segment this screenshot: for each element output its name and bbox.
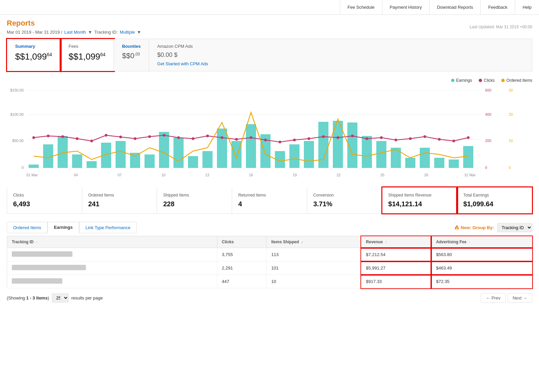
clicks-dot: [479, 79, 482, 82]
svg-text:22: 22: [337, 173, 341, 177]
svg-rect-45: [449, 159, 459, 168]
bounties-tab[interactable]: Bounties $$0.00: [114, 39, 149, 71]
last-month-link[interactable]: Last Month: [64, 30, 86, 35]
row3-tracking-id: [7, 275, 217, 288]
summary-tab-amount: $$1,09964: [15, 51, 52, 62]
svg-point-66: [308, 137, 310, 140]
svg-point-60: [221, 136, 223, 139]
svg-point-65: [293, 139, 296, 141]
table-row: 2,291 101 $5,991.27 $463.49: [7, 261, 532, 275]
tracking-id-sort-icon[interactable]: ↑: [36, 240, 38, 244]
col-tracking-id: Tracking ID ↑: [7, 236, 217, 248]
svg-rect-20: [87, 161, 97, 168]
returned-items-stat-value: 4: [238, 200, 301, 208]
dropdown-arrow-icon[interactable]: ▼: [88, 30, 92, 35]
link-type-tab[interactable]: Link Type Performance: [79, 222, 137, 233]
pagination-info: (Showing 1 - 3 Items) 25 50 100 results …: [7, 293, 103, 302]
stats-row: Clicks 6,493 Ordered Items 241 Shipped I…: [7, 187, 532, 214]
next-button[interactable]: Next →: [508, 293, 532, 303]
shipped-items-stat-value: 228: [163, 200, 226, 208]
col-clicks: Clicks: [217, 236, 266, 248]
conversion-stat-value: 3.71%: [313, 200, 376, 208]
ordered-items-stat-label: Ordered Items: [88, 193, 151, 198]
svg-text:25: 25: [380, 173, 384, 177]
clicks-stat: Clicks 6,493: [7, 187, 82, 213]
ad-fee-sort-icon[interactable]: ↑: [469, 240, 471, 244]
row1-tracking-id: [7, 248, 217, 261]
svg-rect-17: [43, 144, 53, 168]
svg-point-52: [105, 134, 107, 137]
svg-text:10: 10: [161, 173, 165, 177]
row3-ad-fee: $72.35: [431, 275, 532, 288]
svg-point-74: [423, 135, 426, 138]
cpm-amount: $0.00 $: [157, 51, 524, 59]
summary-cents: 64: [47, 52, 52, 57]
payment-history-link[interactable]: Payment History: [382, 0, 429, 14]
items-shipped-sort-icon[interactable]: ↓: [302, 240, 303, 244]
ordered-items-legend: Ordered Items: [501, 78, 532, 83]
summary-amount-main: $1,099: [20, 51, 47, 62]
summary-tab[interactable]: Summary $$1,09964: [7, 39, 61, 71]
svg-point-69: [351, 135, 354, 137]
tracking-label: Tracking ID:: [94, 30, 118, 35]
download-reports-link[interactable]: Download Reports: [429, 0, 480, 14]
fees-tab[interactable]: Fees $$1,09964: [61, 39, 114, 71]
svg-rect-28: [202, 151, 213, 168]
svg-text:$150.00: $150.00: [10, 88, 24, 92]
svg-point-53: [119, 136, 122, 138]
prev-button[interactable]: ← Prev: [481, 293, 505, 303]
svg-point-55: [148, 135, 151, 138]
page-header: Reports Mar 01 2019 - Mar 31 2019 / Last…: [0, 15, 539, 39]
svg-text:$50.00: $50.00: [12, 139, 24, 143]
pagination-row: (Showing 1 - 3 Items) 25 50 100 results …: [7, 293, 532, 303]
svg-point-58: [192, 137, 194, 140]
svg-point-71: [380, 136, 383, 139]
earnings-legend-label: Earnings: [456, 78, 472, 83]
date-range-text: Mar 01 2019 - Mar 31 2019 /: [7, 30, 62, 35]
summary-section: Summary $$1,09964 Fees $$1,09964 Bountie…: [7, 39, 532, 71]
feedback-link[interactable]: Feedback: [480, 0, 515, 14]
fee-schedule-link[interactable]: Fee Schedule: [340, 0, 382, 14]
svg-text:10: 10: [509, 139, 513, 143]
svg-rect-46: [463, 146, 473, 168]
svg-point-70: [366, 137, 368, 140]
svg-text:07: 07: [118, 173, 122, 177]
earnings-tab[interactable]: Earnings: [47, 222, 79, 233]
earnings-dot: [451, 79, 454, 82]
svg-point-75: [438, 138, 441, 141]
pagination-buttons: ← Prev Next →: [481, 293, 532, 303]
svg-text:200: 200: [485, 139, 491, 143]
date-row: Mar 01 2019 - Mar 31 2019 / Last Month ▼…: [7, 30, 141, 35]
svg-point-48: [47, 135, 50, 137]
svg-text:0: 0: [485, 166, 487, 170]
svg-text:600: 600: [485, 88, 491, 92]
chart-container: $150.00 $100.00 $50.00 0 600 400 200 0 3…: [7, 85, 532, 187]
tracking-id-link[interactable]: Multiple: [120, 30, 135, 35]
per-page-select[interactable]: 25 50 100: [52, 293, 69, 302]
row1-ad-fee: $563.80: [431, 248, 532, 261]
help-link[interactable]: Help: [515, 0, 539, 14]
svg-rect-30: [231, 141, 242, 168]
top-navigation: Fee Schedule Payment History Download Re…: [0, 0, 539, 15]
svg-rect-42: [405, 158, 415, 168]
svg-rect-40: [376, 141, 386, 168]
total-earnings-label: Total Earnings: [463, 193, 526, 198]
svg-point-64: [279, 141, 281, 143]
tracking-dropdown-icon[interactable]: ▼: [137, 30, 141, 35]
row3-items-shipped: 10: [266, 275, 361, 288]
chart-section: Earnings Clicks Ordered Items $150.00 $1…: [7, 78, 532, 187]
new-label: 🔥 New: Group By:: [454, 225, 494, 230]
ordered-items-stat-value: 241: [88, 200, 151, 208]
group-by-select[interactable]: Tracking ID Link Type Country: [497, 223, 532, 232]
svg-rect-16: [29, 165, 39, 168]
cpm-link[interactable]: Get Started with CPM Ads: [157, 61, 208, 66]
per-page-label: results per page: [71, 295, 103, 300]
ordered-items-dot: [501, 79, 505, 82]
shipped-revenue-value: $14,121.14: [388, 200, 451, 208]
clicks-stat-label: Clicks: [13, 193, 76, 198]
shipped-revenue-stat: Shipped Items Revenue $14,121.14: [382, 187, 457, 213]
svg-rect-36: [318, 122, 328, 168]
clicks-stat-value: 6,493: [13, 200, 76, 208]
revenue-sort-icon[interactable]: ↑: [385, 240, 387, 244]
ordered-items-tab[interactable]: Ordered Items: [7, 222, 47, 233]
